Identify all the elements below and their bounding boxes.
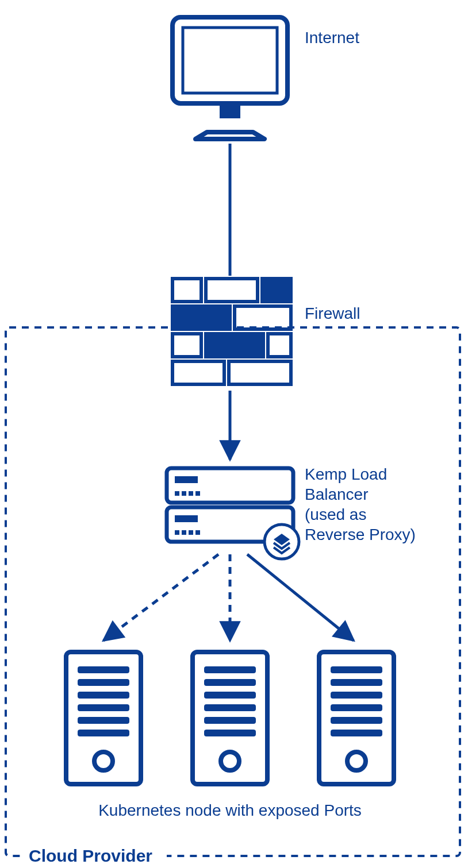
k8s-node-1-icon <box>66 652 141 784</box>
svg-rect-38 <box>204 679 256 686</box>
svg-rect-37 <box>204 666 256 673</box>
firewall-label: Firewall <box>305 304 360 322</box>
svg-rect-18 <box>182 491 186 496</box>
svg-rect-32 <box>78 704 129 711</box>
svg-rect-23 <box>175 530 179 535</box>
svg-rect-39 <box>204 692 256 699</box>
svg-rect-5 <box>172 279 201 302</box>
svg-rect-6 <box>206 279 258 302</box>
internet-icon <box>172 17 287 139</box>
svg-rect-22 <box>175 515 198 522</box>
svg-rect-48 <box>331 704 382 711</box>
svg-rect-15 <box>167 468 293 503</box>
svg-rect-41 <box>204 717 256 724</box>
svg-rect-17 <box>175 491 179 496</box>
svg-rect-24 <box>182 530 186 535</box>
svg-rect-45 <box>331 666 382 673</box>
svg-point-43 <box>221 752 239 770</box>
svg-rect-49 <box>331 717 382 724</box>
cloud-provider-label: Cloud Provider <box>29 846 152 865</box>
edge-lb-node1 <box>103 554 218 641</box>
firewall-icon <box>172 279 291 384</box>
svg-rect-46 <box>331 679 382 686</box>
svg-rect-19 <box>189 491 193 496</box>
svg-rect-2 <box>172 17 287 103</box>
svg-rect-11 <box>206 334 263 357</box>
svg-rect-40 <box>204 704 256 711</box>
svg-rect-26 <box>195 530 200 535</box>
svg-rect-16 <box>175 476 198 483</box>
svg-rect-31 <box>78 692 129 699</box>
svg-rect-33 <box>78 717 129 724</box>
svg-rect-14 <box>229 361 291 384</box>
svg-rect-12 <box>268 334 291 357</box>
k8s-node-2-icon <box>193 652 267 784</box>
svg-rect-4 <box>220 103 240 118</box>
svg-rect-7 <box>262 279 291 302</box>
lb-label-line1: Kemp Load <box>305 465 387 483</box>
svg-rect-10 <box>172 334 201 357</box>
svg-point-35 <box>94 752 113 770</box>
k8s-node-3-icon <box>319 652 394 784</box>
lb-label-line2: Balancer <box>305 485 369 503</box>
svg-rect-9 <box>235 306 291 329</box>
svg-rect-34 <box>78 730 129 736</box>
load-balancer-icon <box>167 468 299 559</box>
nodes-caption: Kubernetes node with exposed Ports <box>98 801 362 819</box>
svg-rect-47 <box>331 692 382 699</box>
svg-rect-50 <box>331 730 382 736</box>
svg-rect-20 <box>195 491 200 496</box>
edge-lb-node3 <box>247 554 354 641</box>
svg-rect-30 <box>78 679 129 686</box>
internet-label: Internet <box>305 29 359 47</box>
architecture-diagram: Cloud Provider Internet Firewall <box>0 0 468 868</box>
svg-rect-8 <box>172 306 230 329</box>
svg-point-51 <box>347 752 366 770</box>
lb-label-line3: (used as <box>305 506 366 523</box>
svg-rect-25 <box>189 530 193 535</box>
svg-rect-42 <box>204 730 256 736</box>
svg-rect-29 <box>78 666 129 673</box>
lb-label-line4: Reverse Proxy) <box>305 526 416 543</box>
svg-rect-13 <box>172 361 224 384</box>
svg-rect-3 <box>183 28 277 93</box>
